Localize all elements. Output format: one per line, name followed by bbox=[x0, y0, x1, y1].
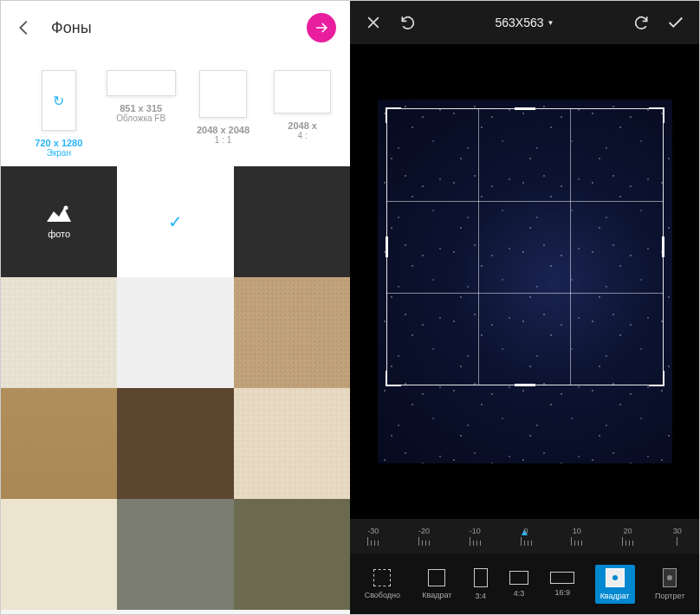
ratio-16-9-icon bbox=[550, 572, 574, 584]
ratio-label: Свободно bbox=[365, 591, 400, 599]
crop-handle-right[interactable] bbox=[662, 236, 664, 257]
ruler-mark: 0 bbox=[523, 527, 528, 535]
crop-box[interactable] bbox=[386, 108, 664, 385]
bg-tile-beige[interactable] bbox=[234, 388, 350, 499]
ratio-instagram-square[interactable]: Квадрат bbox=[595, 565, 635, 604]
size-thumb bbox=[274, 70, 331, 113]
ruler-mark: 10 bbox=[573, 527, 581, 535]
size-thumb bbox=[199, 70, 247, 118]
ratio-label: Портрет bbox=[655, 592, 684, 600]
ratio-label: Квадрат bbox=[422, 591, 451, 599]
ratio-3-4-icon bbox=[474, 568, 488, 587]
size-sublabel: 1 : 1 bbox=[215, 135, 231, 145]
size-preset-2048x2048[interactable]: 2048 x 2048 1 : 1 bbox=[191, 70, 256, 158]
size-thumb bbox=[107, 70, 176, 96]
crop-handle-bottom[interactable] bbox=[515, 384, 535, 386]
photo-icon bbox=[47, 204, 71, 223]
size-sublabel: Обложка FB bbox=[116, 113, 165, 123]
dimensions-selector[interactable]: 563X563 ▼ bbox=[496, 16, 554, 29]
ratio-label: 16:9 bbox=[555, 588, 571, 597]
ratio-square[interactable]: Квадрат bbox=[420, 566, 453, 603]
page-title: Фоны bbox=[51, 19, 307, 37]
left-header: Фоны bbox=[1, 1, 350, 55]
bg-tile-brown[interactable] bbox=[117, 388, 233, 499]
rotate-icon: ↻ bbox=[53, 93, 64, 109]
ruler-mark: -20 bbox=[418, 527, 430, 535]
background-grid: фото ✓ bbox=[1, 166, 350, 614]
ratio-free[interactable]: Свободно bbox=[363, 566, 402, 603]
crop-handle-tr[interactable] bbox=[649, 107, 664, 123]
caret-down-icon: ▼ bbox=[548, 19, 554, 27]
ruler-mark: 30 bbox=[673, 527, 682, 535]
right-header: 563X563 ▼ bbox=[350, 1, 699, 44]
aspect-ratio-bar: Свободно Квадрат 3:4 4:3 16:9 Квадрат bbox=[350, 554, 699, 614]
photo-label: фото bbox=[48, 229, 70, 239]
ratio-4-3-icon bbox=[509, 571, 528, 585]
ruler-mark: -30 bbox=[367, 527, 379, 535]
crop-handle-br[interactable] bbox=[649, 371, 664, 386]
crop-stage bbox=[350, 44, 699, 519]
bg-tile-kraft[interactable] bbox=[234, 277, 350, 388]
ratio-label: 3:4 bbox=[475, 592, 486, 600]
size-label: 2048 x bbox=[288, 120, 317, 131]
bg-tile-white[interactable]: ✓ bbox=[117, 166, 233, 277]
bg-tile-paper[interactable] bbox=[117, 277, 233, 388]
bg-tile-linen[interactable] bbox=[1, 277, 117, 388]
close-icon[interactable] bbox=[364, 13, 383, 32]
ratio-4-3[interactable]: 4:3 bbox=[508, 567, 530, 601]
size-label: 2048 x 2048 bbox=[197, 125, 250, 135]
bg-tile-sage[interactable] bbox=[117, 499, 233, 610]
crop-handle-top[interactable] bbox=[515, 107, 535, 110]
size-sublabel: 4 : bbox=[298, 131, 308, 140]
crop-handle-tl[interactable] bbox=[386, 107, 401, 123]
bg-tile-cream[interactable] bbox=[1, 499, 117, 610]
confirm-icon[interactable] bbox=[666, 13, 685, 32]
size-label: 720 x 1280 bbox=[35, 138, 82, 148]
check-icon: ✓ bbox=[168, 211, 183, 232]
size-preset-720x1280[interactable]: ↻ 720 x 1280 Экран bbox=[27, 70, 91, 158]
ratio-label: Квадрат bbox=[600, 592, 630, 600]
crop-image[interactable] bbox=[378, 100, 672, 463]
ratio-instagram-portrait[interactable]: Портрет bbox=[653, 565, 686, 604]
crop-handle-bl[interactable] bbox=[386, 371, 401, 386]
size-preset-851x315[interactable]: 851 x 315 Обложка FB bbox=[107, 70, 176, 158]
reset-icon[interactable] bbox=[399, 13, 418, 32]
next-button[interactable] bbox=[307, 13, 336, 42]
dimensions-value: 563X563 bbox=[496, 16, 544, 29]
bg-tile-dark[interactable] bbox=[234, 166, 350, 277]
rotate-right-icon[interactable] bbox=[632, 13, 651, 32]
bg-tile-olive[interactable] bbox=[234, 499, 350, 610]
size-label: 851 x 315 bbox=[120, 103, 162, 113]
ratio-16-9[interactable]: 16:9 bbox=[548, 568, 576, 600]
size-presets: ↻ 720 x 1280 Экран 851 x 315 Обложка FB … bbox=[1, 55, 350, 166]
size-sublabel: Экран bbox=[47, 148, 71, 158]
back-arrow-icon[interactable] bbox=[15, 18, 34, 37]
bg-tile-photo[interactable]: фото bbox=[1, 166, 117, 277]
bg-tile-cardboard[interactable] bbox=[1, 388, 117, 499]
size-preset-2048x[interactable]: 2048 x 4 : bbox=[270, 70, 334, 158]
size-thumb: ↻ bbox=[42, 70, 76, 131]
rotation-ruler[interactable]: ▲ -30 -20 -10 0 10 20 30 bbox=[350, 519, 699, 554]
ruler-mark: 20 bbox=[624, 527, 632, 535]
ratio-insta-square-icon bbox=[606, 568, 625, 587]
ratio-insta-portrait-icon bbox=[663, 568, 677, 587]
crop-handle-left[interactable] bbox=[386, 236, 388, 257]
svg-point-0 bbox=[64, 206, 68, 210]
ratio-label: 4:3 bbox=[514, 589, 525, 598]
ratio-3-4[interactable]: 3:4 bbox=[472, 565, 489, 604]
ratio-free-icon bbox=[373, 569, 391, 586]
ratio-square-icon bbox=[428, 569, 445, 586]
ruler-mark: -10 bbox=[470, 527, 481, 535]
